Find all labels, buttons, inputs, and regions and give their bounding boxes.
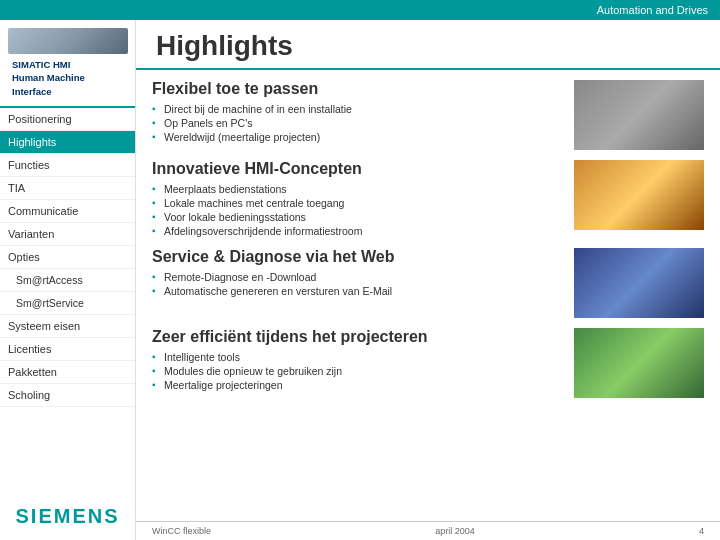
sidebar-item-communicatie[interactable]: Communicatie — [0, 200, 135, 223]
list-item: Direct bij de machine of in een installa… — [152, 102, 564, 116]
sidebar-brand: SIMATIC HMI Human Machine Interface — [8, 58, 89, 98]
section-img-innovatief — [574, 160, 704, 230]
section-img-project — [574, 328, 704, 398]
main-content: Highlights Flexibel toe te passenDirect … — [136, 20, 720, 540]
sidebar-logo-area: SIMATIC HMI Human Machine Interface — [0, 20, 135, 108]
main-header: Highlights — [136, 20, 720, 70]
list-item: Op Panels en PC's — [152, 116, 564, 130]
list-item: Meerplaats bedienstations — [152, 182, 564, 196]
section-text-innovatief: Innovatieve HMI-ConceptenMeerplaats bedi… — [152, 160, 564, 238]
list-item: Modules die opnieuw te gebruiken zijn — [152, 364, 564, 378]
sidebar-item-varianten[interactable]: Varianten — [0, 223, 135, 246]
sidebar-item-smrtservice[interactable]: Sm@rtService — [0, 292, 135, 315]
footer-center: april 2004 — [435, 526, 475, 536]
section-heading-service: Service & Diagnose via het Web — [152, 248, 564, 266]
list-item: Meertalige projecteringen — [152, 378, 564, 392]
siemens-logo: SIEMENS — [15, 505, 119, 528]
sidebar-photo — [8, 28, 128, 54]
page-title: Highlights — [156, 30, 700, 62]
bullet-list-innovatief: Meerplaats bedienstationsLokale machines… — [152, 182, 564, 238]
sidebar-item-functies[interactable]: Functies — [0, 154, 135, 177]
list-item: Automatische genereren en versturen van … — [152, 284, 564, 298]
sidebar: SIMATIC HMI Human Machine Interface Posi… — [0, 20, 136, 540]
sidebar-item-opties[interactable]: Opties — [0, 246, 135, 269]
list-item: Remote-Diagnose en -Download — [152, 270, 564, 284]
section-text-project: Zeer efficiënt tijdens het projecterenIn… — [152, 328, 564, 398]
list-item: Afdelingsoverschrijdende informatiestroo… — [152, 224, 564, 238]
top-bar: Automation and Drives — [0, 0, 720, 20]
sidebar-item-pakketten[interactable]: Pakketten — [0, 361, 135, 384]
main-body: Flexibel toe te passenDirect bij de mach… — [136, 70, 720, 521]
bullet-list-project: Intelligente toolsModules die opnieuw te… — [152, 350, 564, 392]
section-flexibel: Flexibel toe te passenDirect bij de mach… — [152, 80, 704, 150]
section-heading-flexibel: Flexibel toe te passen — [152, 80, 564, 98]
footer: WinCC flexible april 2004 4 — [136, 521, 720, 540]
bullet-list-flexibel: Direct bij de machine of in een installa… — [152, 102, 564, 144]
sidebar-item-scholing[interactable]: Scholing — [0, 384, 135, 407]
top-bar-title: Automation and Drives — [597, 4, 708, 16]
section-img-flexibel — [574, 80, 704, 150]
sidebar-item-smrtaccess[interactable]: Sm@rtAccess — [0, 269, 135, 292]
section-service: Service & Diagnose via het WebRemote-Dia… — [152, 248, 704, 318]
nav-items: PositioneringHighlightsFunctiesTIACommun… — [0, 108, 135, 493]
sidebar-bottom: SIEMENS — [0, 493, 135, 540]
list-item: Intelligente tools — [152, 350, 564, 364]
section-heading-innovatief: Innovatieve HMI-Concepten — [152, 160, 564, 178]
sidebar-item-highlights[interactable]: Highlights — [0, 131, 135, 154]
section-text-flexibel: Flexibel toe te passenDirect bij de mach… — [152, 80, 564, 150]
section-img-service — [574, 248, 704, 318]
bullet-list-service: Remote-Diagnose en -DownloadAutomatische… — [152, 270, 564, 298]
section-innovatief: Innovatieve HMI-ConceptenMeerplaats bedi… — [152, 160, 704, 238]
sidebar-item-positionering[interactable]: Positionering — [0, 108, 135, 131]
list-item: Wereldwijd (meertalige projecten) — [152, 130, 564, 144]
list-item: Lokale machines met centrale toegang — [152, 196, 564, 210]
sidebar-item-licenties[interactable]: Licenties — [0, 338, 135, 361]
sidebar-item-systeem[interactable]: Systeem eisen — [0, 315, 135, 338]
list-item: Voor lokale bedieningsstations — [152, 210, 564, 224]
section-project: Zeer efficiënt tijdens het projecterenIn… — [152, 328, 704, 398]
footer-left: WinCC flexible — [152, 526, 211, 536]
section-heading-project: Zeer efficiënt tijdens het projecteren — [152, 328, 564, 346]
footer-right: 4 — [699, 526, 704, 536]
section-text-service: Service & Diagnose via het WebRemote-Dia… — [152, 248, 564, 318]
sidebar-item-tia[interactable]: TIA — [0, 177, 135, 200]
